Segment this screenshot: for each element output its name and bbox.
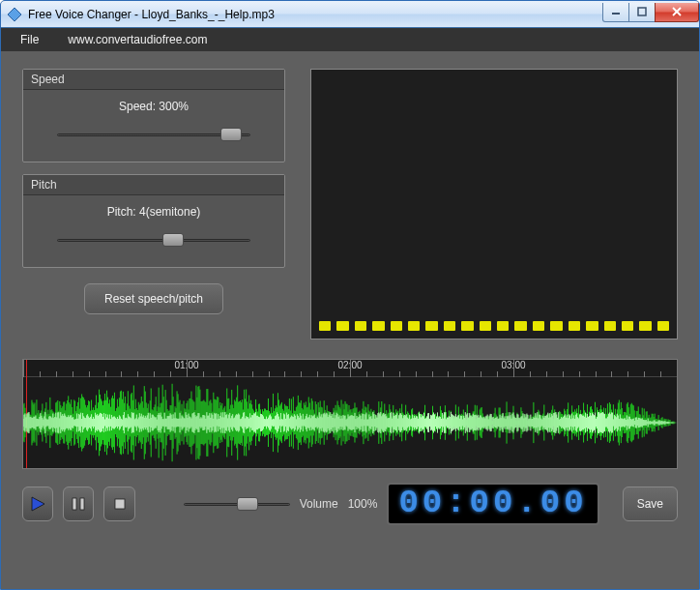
menu-site-link[interactable]: www.convertaudiofree.com [68,33,207,46]
svg-rect-2 [638,8,646,15]
svg-rect-7 [80,498,84,510]
volume-slider[interactable] [184,494,290,514]
spectrum-bars [319,321,669,331]
app-icon [7,7,22,22]
pitch-slider-thumb[interactable] [162,233,184,247]
titlebar[interactable]: Free Voice Changer - Lloyd_Banks_-_Help.… [1,1,699,28]
pitch-panel-title: Pitch [23,175,284,195]
close-button[interactable] [655,3,699,22]
time-ruler: 01:00 02:00 03:00 [23,360,677,377]
svg-rect-6 [73,498,76,510]
speed-slider-thumb[interactable] [220,128,242,141]
pitch-panel: Pitch Pitch: 4(semitone) [22,174,285,268]
speed-panel-title: Speed [23,70,284,90]
menubar: File www.convertaudiofree.com [1,28,699,51]
spectrum-visualizer [310,69,678,339]
stop-button[interactable] [103,487,134,521]
menu-file[interactable]: File [20,33,39,46]
volume-value: 100% [348,497,378,511]
maximize-button[interactable] [628,3,656,22]
speed-slider[interactable] [57,125,250,144]
svg-marker-0 [8,8,21,21]
window-title: Free Voice Changer - Lloyd_Banks_-_Help.… [28,8,603,21]
svg-rect-1 [612,13,620,15]
reset-button[interactable]: Reset speech/pitch [84,283,223,314]
speed-panel: Speed Speed: 300% [22,69,285,162]
minimize-button[interactable] [602,3,629,22]
volume-label: Volume [300,497,338,511]
volume-slider-thumb[interactable] [237,497,258,511]
waveform-area[interactable]: 01:00 02:00 03:00 [22,359,678,469]
pitch-value-text: Pitch: 4(semitone) [39,205,269,219]
pitch-slider[interactable] [57,230,250,250]
waveform [23,377,677,468]
save-button[interactable]: Save [623,487,678,521]
svg-rect-8 [115,499,125,509]
play-button[interactable] [22,487,53,521]
svg-marker-5 [32,497,44,511]
pause-button[interactable] [63,487,94,521]
speed-value-text: Speed: 300% [39,100,269,113]
time-display: 00:00.00 [387,483,598,525]
